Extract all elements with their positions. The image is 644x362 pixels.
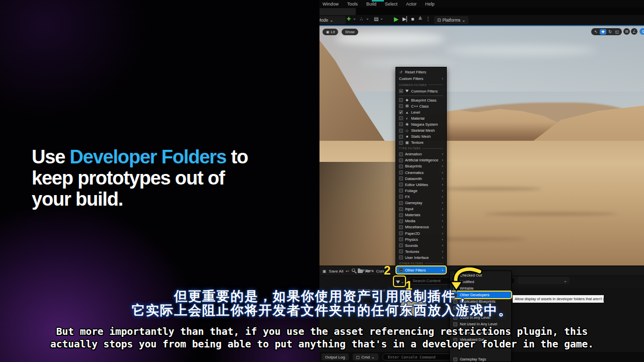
filter-item-material[interactable]: ◐Material [396,115,446,121]
scale-tool-icon[interactable]: ◱ [614,29,620,35]
mixed-checkbox[interactable] [399,268,403,272]
unchecked-checkbox[interactable] [399,201,403,205]
unchecked-checkbox[interactable] [399,213,403,217]
unchecked-checkbox[interactable] [453,357,457,361]
checked-checkbox[interactable] [399,110,403,114]
filter-item-level[interactable]: ▲Level [396,109,446,115]
level-tab[interactable] [319,8,356,15]
filter-category-label: Textures [405,249,440,254]
camera-speed-button[interactable]: ⏣ 10 [639,28,644,35]
menu-item-tools[interactable]: Tools [347,2,358,7]
unchecked-checkbox[interactable] [399,249,403,253]
mode-selector[interactable]: Mode⌄ [319,16,346,24]
common-filters-parent-item[interactable]: Common Filters [396,87,446,95]
filter-category-foliage[interactable]: Foliage› [396,188,446,194]
unchecked-checkbox[interactable] [399,189,403,193]
reset-filters-item[interactable]: ↺ Reset Filters [396,69,446,75]
unchecked-checkbox[interactable] [399,141,403,145]
filter-item-static-mesh[interactable]: ■Static Mesh [396,134,446,140]
filter-category-editor-utilities[interactable]: Editor Utilities› [396,182,446,188]
eject-icon[interactable]: ≜ [418,16,422,22]
camera-icon: ⏣ [642,30,644,34]
save-all-button[interactable]: Save All [329,269,344,274]
menu-item-build[interactable]: Build [366,2,376,7]
grid-snap-icon[interactable]: ⊞ [623,28,630,35]
unchecked-checkbox[interactable] [399,158,403,162]
filter-category-user-interface[interactable]: User Interface› [396,254,446,260]
rotation-snap-icon[interactable]: ∠ [631,28,637,35]
filter-category-physics[interactable]: Physics› [396,236,446,242]
unchecked-checkbox[interactable] [399,176,403,180]
add-actor-chevron-icon[interactable]: ⌄ [353,16,356,21]
filter-category-media[interactable]: Media› [396,218,446,224]
view-mode-button[interactable]: ◉ Lit [323,29,338,35]
blueprints-chevron-icon[interactable]: ⌄ [366,16,369,21]
unchecked-checkbox[interactable] [399,255,403,259]
filter-category-textures[interactable]: Textures› [396,248,446,254]
output-log-button[interactable]: Output Log [321,353,349,360]
blueprints-icon[interactable]: ∴ [360,16,363,22]
filter-category-fx[interactable]: FX› [396,194,446,200]
stop-icon[interactable]: ■ [411,16,414,22]
other-filters-item[interactable]: Other Filters › [396,266,446,274]
unchecked-checkbox[interactable] [399,183,403,187]
filter-item-niagara-system[interactable]: ◉Niagara System [396,121,446,127]
menu-item-select[interactable]: Select [385,2,397,7]
unchecked-checkbox[interactable] [399,243,403,247]
kebab-menu-icon[interactable]: ⋮ [426,16,431,22]
other-filter-gameplay-tags[interactable]: Gameplay Tags [450,356,511,362]
unchecked-checkbox[interactable] [399,122,403,126]
unchecked-checkbox[interactable] [399,237,403,241]
platforms-button[interactable]: ⊡ Platforms ⌄ [434,16,468,24]
filter-item-texture[interactable]: ▦Texture [396,140,446,146]
filter-item-skeletal-mesh[interactable]: ◇Skeletal Mesh [396,127,446,133]
show-flags-label: Show [345,30,355,34]
unchecked-checkbox[interactable] [399,152,403,156]
custom-filters-item[interactable]: Custom Filters › [396,75,446,82]
unchecked-checkbox[interactable] [399,116,403,120]
filter-category-sounds[interactable]: Sounds› [396,242,446,248]
rotate-tool-icon[interactable]: ↻ [607,29,613,35]
unchecked-checkbox[interactable] [399,207,403,211]
cinematics-icon[interactable]: ▤ [374,16,378,22]
menu-item-help[interactable]: Help [425,2,435,7]
filter-item-c-class[interactable]: ▤C++ Class [396,103,446,109]
unchecked-checkbox[interactable] [399,231,403,235]
unchecked-checkbox[interactable] [399,225,403,229]
frame-skip-icon[interactable]: ▶▏ [403,16,410,22]
filter-item-blueprint-class[interactable]: ◆Blueprint Class [396,97,446,103]
add-actor-icon[interactable]: ✚ [347,16,351,22]
filter-category-input[interactable]: Input› [396,206,446,212]
unchecked-checkbox[interactable] [399,219,403,223]
filter-category-blueprints[interactable]: Blueprints› [396,163,446,169]
menu-item-window[interactable]: Window [323,2,339,7]
search-icon[interactable] [352,268,355,272]
cmd-selector[interactable]: ▢ Cmd ⌄ [353,353,378,360]
filter-category-gameplay[interactable]: Gameplay› [396,200,446,206]
breadcrumb-current[interactable]: Content [376,269,384,274]
filter-category-paper2d[interactable]: Paper2D› [396,230,446,236]
select-tool-icon[interactable]: ↖ [593,29,599,35]
unchecked-checkbox[interactable] [399,195,403,199]
back-icon[interactable]: ↩ [346,269,349,274]
unchecked-checkbox[interactable] [399,98,403,102]
show-flags-button[interactable]: Show [342,29,358,35]
filter-category-cinematics[interactable]: Cinematics› [396,169,446,175]
unchecked-checkbox[interactable] [399,164,403,168]
mixed-checkbox[interactable] [399,89,403,93]
play-icon[interactable]: ▶ [394,16,398,23]
menu-item-actor[interactable]: Actor [406,2,417,7]
level-viewport[interactable]: ◉ Lit Show ↖ ✚ ↻ ◱ ⊞ ∠ ⏣ 10 [319,26,644,265]
filter-category-miscellaneous[interactable]: Miscellaneous› [396,224,446,230]
unchecked-checkbox[interactable] [399,135,403,139]
cinematics-chevron-icon[interactable]: ⌄ [380,16,383,21]
filter-category-animation[interactable]: Animation› [396,151,446,157]
filter-category-datasmith[interactable]: Datasmith› [396,175,446,182]
unchecked-checkbox[interactable] [399,129,403,133]
move-tool-icon[interactable]: ✚ [600,29,606,35]
unchecked-checkbox[interactable] [399,170,403,174]
unchecked-checkbox[interactable] [399,104,403,108]
filter-category-artificial-intelligence[interactable]: Artificial Intelligence› [396,157,446,163]
drawer-settings-dropdown[interactable]: ⌄ [517,277,570,284]
filter-category-materials[interactable]: Materials› [396,212,446,218]
